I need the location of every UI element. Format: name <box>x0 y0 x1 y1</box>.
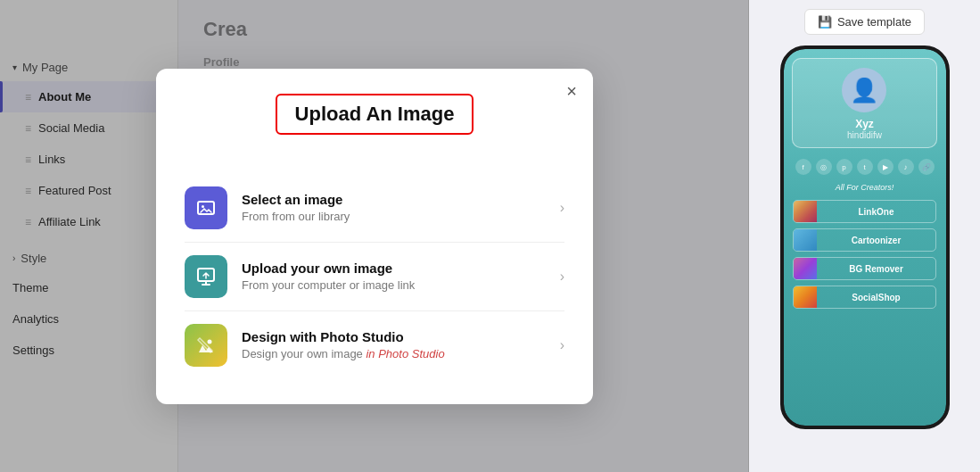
photo-studio-title: Design with Photo Studio <box>242 329 560 344</box>
bgremover-thumb <box>794 257 817 280</box>
social-icon-fb: f <box>795 159 811 175</box>
phone-link-linkone: LinkOne <box>793 200 935 223</box>
library-icon <box>185 186 227 229</box>
upload-own-image-option[interactable]: Upload your own image From your computer… <box>185 243 564 311</box>
phone-username: Xyz <box>855 118 874 130</box>
phone-frame: 👤 Xyz hindidifw f ◎ p t ▶ ♪ 🔗 All For Cr… <box>780 46 950 429</box>
social-icon-tiktok: ♪ <box>898 159 914 175</box>
social-icon-ig: ◎ <box>816 159 832 175</box>
photo-studio-text: Design with Photo Studio Design your own… <box>242 329 560 360</box>
save-template-label: Save template <box>837 15 911 29</box>
modal-overlay: × Upload An Image Select an image From f… <box>0 0 749 472</box>
photo-studio-icon <box>185 324 227 367</box>
phone-screen: 👤 Xyz hindidifw f ◎ p t ▶ ♪ 🔗 All For Cr… <box>784 49 946 426</box>
socialshop-label: SocialShop <box>817 293 935 302</box>
upload-icon <box>185 255 227 298</box>
select-image-text: Select an image From from our library <box>242 192 560 223</box>
cartoonizer-thumb <box>794 228 817 252</box>
svg-point-1 <box>202 205 204 208</box>
upload-own-subtitle: From your computer or image link <box>242 278 560 292</box>
phone-tag: All For Creators! <box>836 183 894 192</box>
phone-social-icons: f ◎ p t ▶ ♪ 🔗 <box>795 159 935 175</box>
chevron-right-icon: › <box>560 337 564 353</box>
svg-point-3 <box>208 339 212 344</box>
photo-studio-highlight: in Photo Studio <box>366 347 444 360</box>
social-icon-link: 🔗 <box>918 159 935 175</box>
social-icon-youtube: ▶ <box>877 159 894 175</box>
phone-avatar: 👤 <box>842 68 886 112</box>
socialshop-thumb <box>794 286 817 309</box>
phone-link-socialshop: SocialShop <box>793 286 935 309</box>
bgremover-label: BG Remover <box>817 264 935 274</box>
save-icon: 💾 <box>818 15 832 29</box>
upload-own-text: Upload your own image From your computer… <box>242 261 560 292</box>
linkone-thumb <box>794 200 817 223</box>
modal-close-button[interactable]: × <box>566 81 577 102</box>
upload-image-modal: × Upload An Image Select an image From f… <box>156 69 593 404</box>
chevron-right-icon: › <box>560 269 564 285</box>
save-template-button[interactable]: 💾 Save template <box>804 9 925 35</box>
select-image-subtitle: From from our library <box>242 210 560 223</box>
cartoonizer-label: Cartoonizer <box>817 236 935 245</box>
upload-own-title: Upload your own image <box>242 261 560 276</box>
preview-panel: 💾 Save template 👤 Xyz hindidifw f ◎ p t … <box>748 0 980 472</box>
select-image-option[interactable]: Select an image From from our library › <box>185 174 564 243</box>
photo-studio-option[interactable]: Design with Photo Studio Design your own… <box>185 311 564 379</box>
phone-link-bgremover: BG Remover <box>793 257 935 280</box>
social-icon-twitter: t <box>857 159 873 175</box>
photo-studio-subtitle: Design your own image in Photo Studio <box>242 347 560 360</box>
phone-link-cartoonizer: Cartoonizer <box>793 228 935 252</box>
chevron-right-icon: › <box>560 200 564 216</box>
phone-handle: hindidifw <box>847 130 882 140</box>
avatar-icon: 👤 <box>850 77 878 104</box>
linkone-label: LinkOne <box>817 207 935 217</box>
social-icon-pinterest: p <box>836 159 852 175</box>
phone-profile-area: 👤 Xyz hindidifw <box>792 58 938 148</box>
modal-title: Upload An Image <box>276 94 474 135</box>
select-image-title: Select an image <box>242 192 560 207</box>
